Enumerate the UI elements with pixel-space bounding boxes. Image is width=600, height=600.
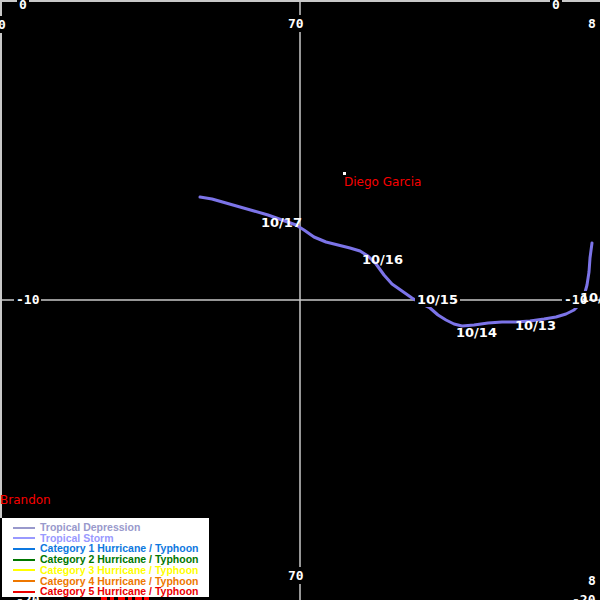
axis-tick-label: 0 [0, 16, 8, 33]
track-date-label: 10/12 [580, 291, 600, 305]
legend-line-swatch [13, 537, 35, 539]
axis-tick-label: 8 [586, 572, 598, 589]
track-date-label: 10/15 [415, 293, 460, 307]
legend-line-swatch [13, 527, 35, 529]
legend-label: Category 5 Hurricane / Typhoon [40, 586, 199, 597]
place-label-diego-garcia: Diego Garcia [344, 176, 421, 189]
map-canvas [0, 0, 600, 600]
legend-line-swatch [13, 548, 35, 550]
track-date-label: 10/16 [362, 253, 403, 267]
legend-line-swatch [13, 580, 35, 582]
axis-tick-label: 0 [550, 0, 562, 13]
legend-row: Category 5 Hurricane / Typhoon [2, 586, 209, 597]
axis-tick-label: 8 [586, 15, 598, 32]
axis-tick-label: 70 [286, 567, 306, 584]
axis-tick-label: -20 [570, 591, 597, 600]
place-label-brandon: Brandon [0, 494, 51, 507]
axis-tick-label: 70 [286, 15, 306, 32]
axis-tick-label: 0 [17, 0, 29, 13]
place-dot [343, 172, 346, 175]
track-date-label: 10/17 [261, 216, 302, 230]
legend-line-swatch [13, 559, 35, 561]
track-date-label: 10/14 [456, 326, 497, 340]
axis-tick-label: -10 [14, 291, 41, 308]
cyclone-track-map: 007008-10-10708-20-2010/1710/1610/1510/1… [0, 0, 600, 600]
legend-line-swatch [13, 569, 35, 571]
legend-line-swatch [13, 591, 35, 593]
legend: Tropical DepressionTropical StormCategor… [2, 518, 209, 597]
track-date-label: 10/13 [515, 319, 556, 333]
